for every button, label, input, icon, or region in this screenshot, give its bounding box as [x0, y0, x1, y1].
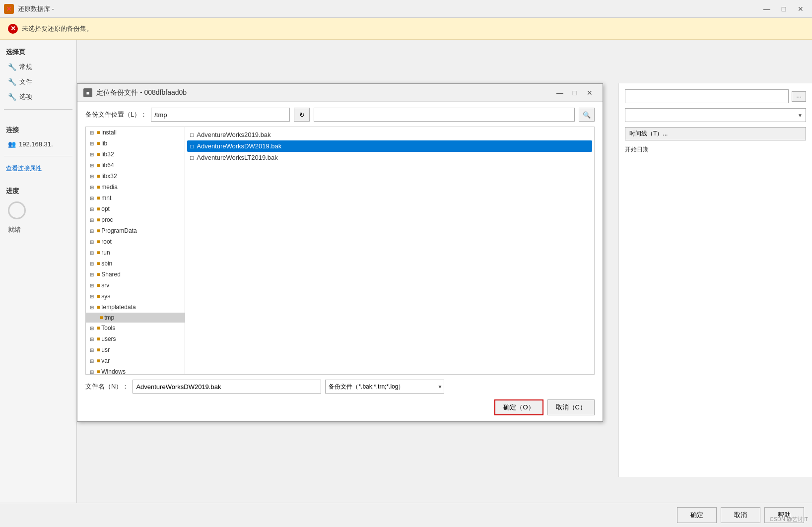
- file-item-aw2019[interactable]: □ AdventureWorks2019.bak: [187, 129, 592, 140]
- tree-label-shared: Shared: [101, 271, 121, 278]
- tree-item-programdata[interactable]: ⊞ ■ ProgramData: [86, 225, 185, 236]
- file-label-awdw2019: AdventureWorksDW2019.bak: [197, 142, 281, 150]
- tree-item-lib[interactable]: ⊞ ■ lib: [86, 138, 185, 149]
- tree-expander-var: ⊞: [88, 357, 96, 365]
- window-controls: — □ ✕: [759, 3, 808, 15]
- warning-bar: ✕ 未选择要还原的备份集。: [0, 18, 812, 40]
- tree-expander-windows: ⊞: [88, 368, 96, 374]
- tree-label-lib64: lib64: [101, 162, 114, 169]
- tree-item-srv[interactable]: ⊞ ■ srv: [86, 280, 185, 291]
- cancel-button[interactable]: 取消: [721, 507, 760, 523]
- close-button[interactable]: ✕: [793, 3, 808, 15]
- tree-item-templatedata[interactable]: ⊞ ■ templatedata: [86, 302, 185, 313]
- warning-text: 未选择要还原的备份集。: [22, 24, 93, 33]
- path-search-input[interactable]: [314, 108, 575, 122]
- tree-item-var[interactable]: ⊞ ■ var: [86, 355, 185, 366]
- title-bar-left: ✕ 还原数据库 -: [4, 4, 54, 14]
- tree-item-sys[interactable]: ⊞ ■ sys: [86, 291, 185, 302]
- file-item-awlt2019[interactable]: □ AdventureWorksLT2019.bak: [187, 152, 592, 163]
- tree-label-programdata: ProgramData: [101, 227, 136, 234]
- tree-label-proc: proc: [101, 216, 113, 223]
- tree-panel[interactable]: ⊞ ■ install ⊞ ■ lib ⊞ ■: [86, 127, 185, 374]
- timeline-button[interactable]: 时间线（T）...: [625, 127, 806, 140]
- path-input[interactable]: [151, 108, 290, 122]
- tree-item-install[interactable]: ⊞ ■ install: [86, 127, 185, 138]
- main-window: ✕ 还原数据库 - — □ ✕ ✕ 未选择要还原的备份集。 选择页 🔧 常规 🔧…: [0, 0, 812, 527]
- filetype-select[interactable]: 备份文件（*.bak;*.trn;*.log）: [325, 380, 444, 394]
- dialog-body: 备份文件位置（L）： ↻ 🔍 ⊞ ■: [77, 102, 603, 421]
- sidebar-item-files[interactable]: 🔧 文件: [4, 75, 72, 88]
- tree-expander-usr: ⊞: [88, 346, 96, 354]
- sidebar-item-general[interactable]: 🔧 常规: [4, 61, 72, 73]
- dialog-action-buttons: 确定（O） 取消（C）: [85, 399, 595, 415]
- dialog-minimize-button[interactable]: —: [553, 87, 567, 99]
- tree-item-tools[interactable]: ⊞ ■ Tools: [86, 323, 185, 333]
- tree-label-var: var: [101, 357, 110, 364]
- browse-button[interactable]: ···: [792, 91, 806, 102]
- tree-expander-media: ⊞: [88, 183, 96, 191]
- tree-label-users: users: [101, 335, 116, 342]
- tree-item-proc[interactable]: ⊞ ■ proc: [86, 214, 185, 225]
- tree-label-srv: srv: [101, 282, 109, 289]
- folder-icon-sys: ■: [97, 293, 100, 300]
- start-date-label: 开始日期: [625, 145, 649, 154]
- right-panel-dropdown-1[interactable]: ▼: [625, 108, 806, 122]
- tree-item-shared[interactable]: ⊞ ■ Shared: [86, 269, 185, 280]
- dialog-overlay: ■ 定位备份文件 - 008dfbfaad0b — □ ✕ 备份文件位置（L）：: [77, 83, 613, 441]
- right-panel-date-row: 开始日期: [625, 145, 806, 154]
- tree-expander-proc: ⊞: [88, 216, 96, 224]
- refresh-button[interactable]: ↻: [294, 108, 310, 122]
- folder-icon-lib32: ■: [97, 151, 100, 158]
- view-connection-link[interactable]: 查看连接属性: [4, 162, 72, 175]
- sidebar-divider: [4, 109, 72, 110]
- file-label-aw2019: AdventureWorks2019.bak: [197, 131, 271, 138]
- bottom-bar: 确定 取消 帮助: [0, 503, 812, 527]
- dialog-icon: ■: [83, 88, 92, 97]
- tree-label-windows: Windows: [101, 368, 126, 374]
- tree-expander-libx32: ⊞: [88, 172, 96, 180]
- file-icon-aw2019: □: [190, 132, 194, 138]
- folder-icon-programdata: ■: [97, 227, 100, 234]
- connection-section-label: 连接: [4, 124, 72, 136]
- tree-item-sbin[interactable]: ⊞ ■ sbin: [86, 258, 185, 269]
- ok-button[interactable]: 确定: [677, 507, 717, 523]
- sidebar-divider-2: [4, 156, 72, 156]
- folder-icon-lib64: ■: [97, 162, 100, 169]
- sidebar-item-options[interactable]: 🔧 选项: [4, 90, 72, 103]
- tree-item-tmp[interactable]: ■ tmp: [86, 313, 185, 323]
- files-panel[interactable]: □ AdventureWorks2019.bak □ AdventureWork…: [185, 127, 594, 374]
- dialog-close-button[interactable]: ✕: [583, 87, 597, 99]
- tree-item-usr[interactable]: ⊞ ■ usr: [86, 344, 185, 355]
- folder-icon-root: ■: [97, 238, 100, 245]
- tree-expander-templatedata: ⊞: [88, 303, 96, 311]
- file-label-awlt2019: AdventureWorksLT2019.bak: [197, 154, 278, 161]
- dialog-title-controls: — □ ✕: [553, 87, 597, 99]
- tree-item-root[interactable]: ⊞ ■ root: [86, 236, 185, 247]
- tree-item-lib32[interactable]: ⊞ ■ lib32: [86, 149, 185, 160]
- connection-item: 👥 192.168.31.: [4, 138, 72, 150]
- tree-item-lib64[interactable]: ⊞ ■ lib64: [86, 160, 185, 171]
- dialog-maximize-button[interactable]: □: [568, 87, 582, 99]
- dialog-ok-button[interactable]: 确定（O）: [494, 399, 543, 415]
- maximize-button[interactable]: □: [776, 3, 791, 15]
- tree-label-tmp: tmp: [104, 314, 114, 321]
- search-button[interactable]: 🔍: [579, 108, 595, 122]
- tree-item-media[interactable]: ⊞ ■ media: [86, 182, 185, 193]
- filename-input[interactable]: [133, 380, 321, 394]
- minimize-button[interactable]: —: [759, 3, 774, 15]
- tree-item-opt[interactable]: ⊞ ■ opt: [86, 203, 185, 214]
- folder-icon-lib: ■: [97, 140, 100, 147]
- tree-item-windows[interactable]: ⊞ ■ Windows: [86, 366, 185, 374]
- folder-icon-users: ■: [97, 335, 100, 342]
- tree-item-users[interactable]: ⊞ ■ users: [86, 333, 185, 344]
- file-item-awdw2019[interactable]: □ AdventureWorksDW2019.bak: [187, 140, 592, 152]
- tree-expander-opt: ⊞: [88, 205, 96, 213]
- folder-icon-proc: ■: [97, 216, 100, 223]
- dialog-bottom: 文件名（N）： 备份文件（*.bak;*.trn;*.log） ▼: [85, 380, 595, 394]
- dialog-cancel-button[interactable]: 取消（C）: [547, 399, 595, 415]
- tree-item-mnt[interactable]: ⊞ ■ mnt: [86, 193, 185, 203]
- tree-item-libx32[interactable]: ⊞ ■ libx32: [86, 171, 185, 182]
- folder-icon-shared: ■: [97, 271, 100, 278]
- tree-item-run[interactable]: ⊞ ■ run: [86, 247, 185, 258]
- window-title: 还原数据库 -: [18, 4, 54, 13]
